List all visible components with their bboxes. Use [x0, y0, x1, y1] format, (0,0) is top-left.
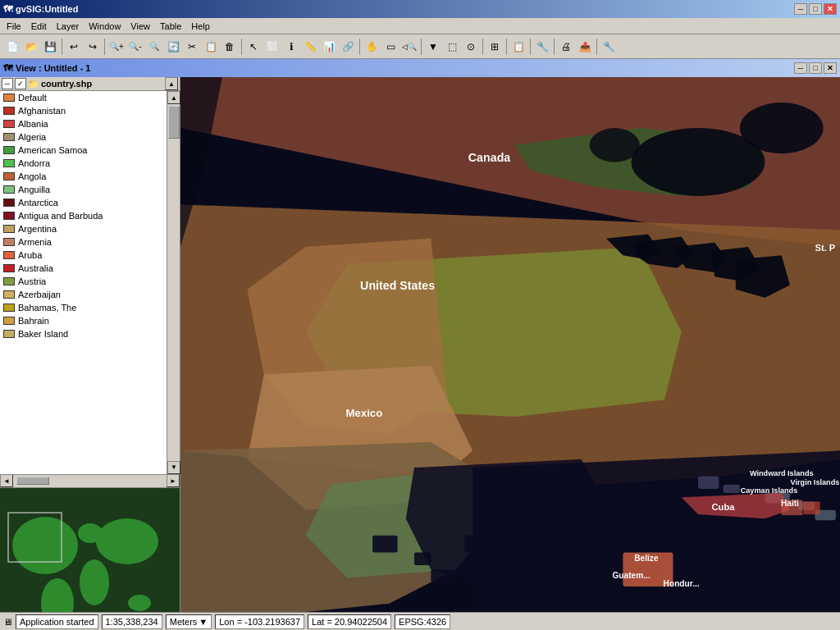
h-scroll-track[interactable]	[13, 476, 167, 486]
layer-item[interactable]: Andorra	[0, 157, 167, 170]
table-button[interactable]: 📋	[509, 38, 527, 56]
layer-label: Bahrain	[18, 316, 49, 326]
menu-view[interactable]: View	[126, 20, 155, 33]
collapse-button[interactable]: ─	[2, 78, 13, 89]
layer-item[interactable]: Anguilla	[0, 183, 167, 196]
export-button[interactable]: 📤	[576, 38, 594, 56]
new-button[interactable]: 📄	[3, 38, 21, 56]
zoom-full-button[interactable]: 🔍	[145, 38, 163, 56]
view-close-button[interactable]: ✕	[824, 62, 837, 74]
horizontal-scrollbar[interactable]: ◄ ►	[0, 474, 180, 487]
zoom-out-button[interactable]: 🔍-	[126, 38, 144, 56]
delete-button[interactable]: 🗑	[221, 38, 239, 56]
filter-button[interactable]: ▼	[424, 38, 442, 56]
units-selector[interactable]: Meters ▼	[166, 614, 212, 629]
refresh-button[interactable]: 🔄	[164, 38, 182, 56]
menu-table[interactable]: Table	[155, 20, 186, 33]
scroll-up-button[interactable]: ▲	[167, 91, 180, 104]
layer-scroll-up[interactable]: ▲	[165, 77, 178, 90]
separator-3	[241, 39, 242, 55]
layer-item[interactable]: Australia	[0, 262, 167, 275]
layer-item[interactable]: Bahamas, The	[0, 301, 167, 314]
layer-item[interactable]: Baker Island	[0, 327, 167, 340]
view-maximize-button[interactable]: □	[809, 62, 822, 74]
menu-help[interactable]: Help	[186, 20, 215, 33]
layer-header-left: ─ ✓ 📁 country.shp	[2, 78, 92, 89]
status-bar: 🖥 Application started 1:35,338,234 Meter…	[0, 612, 840, 630]
h-scroll-right-button[interactable]: ►	[167, 474, 180, 487]
link-button[interactable]: 🔗	[339, 38, 357, 56]
zoom-prev-button[interactable]: ◁🔍	[400, 38, 418, 56]
cuba-label: Cuba	[712, 502, 736, 512]
layer-label: Default	[18, 93, 47, 103]
select-area-button[interactable]: ⬜	[263, 38, 281, 56]
info-button[interactable]: ℹ	[282, 38, 300, 56]
redo-button[interactable]: ↪	[84, 38, 102, 56]
menu-layer[interactable]: Layer	[52, 20, 84, 33]
scroll-down-button[interactable]: ▼	[167, 461, 180, 474]
tools-button[interactable]: 🔧	[600, 38, 618, 56]
minimize-button[interactable]: ─	[794, 3, 807, 15]
select-buffer-button[interactable]: ⊙	[462, 38, 480, 56]
layer-item[interactable]: Algeria	[0, 130, 167, 144]
svg-point-1	[12, 517, 78, 574]
layer-item[interactable]: American Samoa	[0, 144, 167, 157]
zoom-rect-button[interactable]: ▭	[381, 38, 399, 56]
save-button[interactable]: 💾	[41, 38, 59, 56]
menu-window[interactable]: Window	[84, 20, 126, 33]
vertical-scrollbar[interactable]: ▲ ▼	[167, 91, 180, 474]
open-button[interactable]: 📂	[22, 38, 40, 56]
layer-item[interactable]: Antigua and Barbuda	[0, 209, 167, 222]
chart-button[interactable]: 📊	[320, 38, 338, 56]
grid-button[interactable]: ⊞	[486, 38, 504, 56]
layer-checkbox[interactable]: ✓	[15, 78, 26, 89]
select-button[interactable]: ↖	[244, 38, 262, 56]
scroll-thumb[interactable]	[168, 106, 180, 139]
layer-item[interactable]: Antarctica	[0, 196, 167, 209]
print-button[interactable]: 🖨	[557, 38, 575, 56]
layer-item[interactable]: Default	[0, 91, 167, 104]
layer-color-box	[3, 172, 15, 180]
map-display[interactable]: Canada United States Mexico St. P Cuba H…	[180, 77, 840, 612]
lat-display: Lat = 20.94022504	[308, 614, 391, 629]
svg-rect-19	[803, 501, 819, 514]
zoom-in-button[interactable]: 🔍+	[107, 38, 126, 56]
units-dropdown-icon[interactable]: ▼	[199, 617, 208, 627]
cut-button[interactable]: ✂	[183, 38, 201, 56]
menu-file[interactable]: File	[2, 20, 26, 33]
map-area[interactable]: Canada United States Mexico St. P Cuba H…	[180, 77, 840, 612]
layer-item[interactable]: Albania	[0, 117, 167, 130]
maximize-button[interactable]: □	[809, 3, 822, 15]
layer-item[interactable]: Azerbaijan	[0, 288, 167, 301]
layer-item[interactable]: Austria	[0, 275, 167, 288]
units-text: Meters	[170, 617, 198, 627]
settings-button[interactable]: 🔧	[533, 38, 551, 56]
vi-label: Virgin Islands	[791, 478, 840, 486]
scroll-track[interactable]	[167, 104, 180, 461]
mini-map	[0, 487, 180, 612]
menu-edit[interactable]: Edit	[26, 20, 52, 33]
pan-button[interactable]: ✋	[363, 38, 381, 56]
select-geo-button[interactable]: ⬚	[443, 38, 461, 56]
layer-label: Afghanistan	[18, 106, 66, 116]
layer-item[interactable]: Aruba	[0, 249, 167, 262]
view-panel: 🗺 View : Untitled - 1 ─ □ ✕ ─ ✓ 📁 cou	[0, 59, 840, 612]
copy-button[interactable]: 📋	[202, 38, 220, 56]
layer-item[interactable]: Afghanistan	[0, 104, 167, 117]
undo-button[interactable]: ↩	[65, 38, 83, 56]
measure-button[interactable]: 📏	[301, 38, 319, 56]
view-title-controls[interactable]: ─ □ ✕	[794, 62, 837, 74]
title-bar-controls[interactable]: ─ □ ✕	[794, 3, 837, 15]
h-scroll-thumb[interactable]	[16, 477, 49, 485]
view-minimize-button[interactable]: ─	[794, 62, 807, 74]
h-scroll-left-button[interactable]: ◄	[0, 474, 13, 487]
close-button[interactable]: ✕	[824, 3, 837, 15]
layer-item[interactable]: Bahrain	[0, 314, 167, 327]
layer-label: Baker Island	[18, 329, 68, 339]
layer-label: Argentina	[18, 224, 57, 234]
layer-item[interactable]: Argentina	[0, 222, 167, 235]
us-label: United States	[360, 279, 435, 292]
layer-item[interactable]: Angola	[0, 170, 167, 183]
layer-item[interactable]: Armenia	[0, 235, 167, 249]
content-area: ─ ✓ 📁 country.shp ▲ DefaultAfghanistanAl…	[0, 77, 840, 612]
